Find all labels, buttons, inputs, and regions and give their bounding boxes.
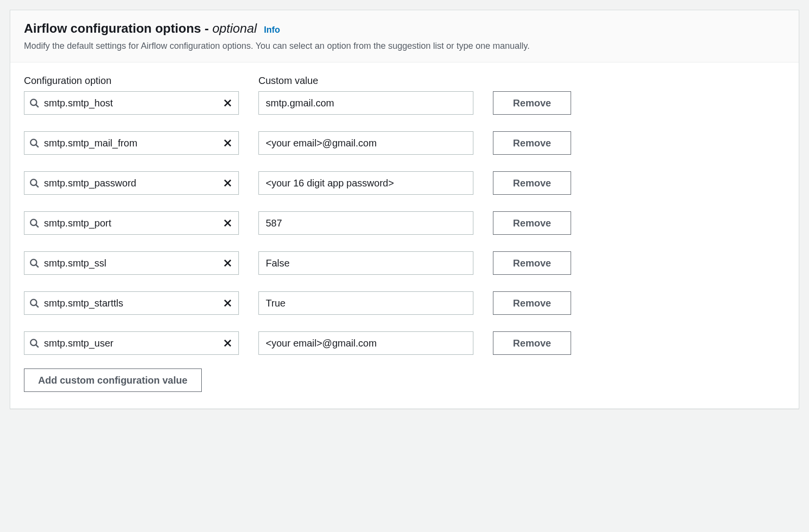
option-field[interactable] [24,291,239,315]
clear-icon[interactable] [217,212,238,234]
option-input[interactable] [44,212,217,234]
panel-header: Airflow configuration options - optional… [10,10,799,62]
clear-icon[interactable] [217,292,238,314]
svg-line-9 [36,185,39,187]
value-input[interactable] [266,338,466,349]
option-field[interactable] [24,131,239,155]
value-field[interactable] [258,331,473,355]
option-field[interactable] [24,211,239,235]
value-input[interactable] [266,98,466,109]
search-icon [24,178,44,188]
config-options-panel: Airflow configuration options - optional… [10,10,799,409]
config-row: Remove [24,171,785,195]
remove-button[interactable]: Remove [493,211,571,235]
remove-button[interactable]: Remove [493,331,571,355]
option-input[interactable] [44,92,217,114]
remove-button[interactable]: Remove [493,251,571,275]
column-header-value: Custom value [258,75,473,86]
svg-line-13 [36,225,39,227]
svg-line-5 [36,145,39,147]
column-header-option: Configuration option [24,75,239,86]
remove-button[interactable]: Remove [493,91,571,115]
panel-description: Modify the default settings for Airflow … [24,40,785,52]
clear-icon[interactable] [217,92,238,114]
option-input[interactable] [44,252,217,274]
search-icon [24,298,44,308]
option-field[interactable] [24,251,239,275]
svg-point-8 [31,180,37,186]
value-field[interactable] [258,211,473,235]
value-input[interactable] [266,258,466,269]
value-field[interactable] [258,291,473,315]
search-icon [24,98,44,108]
config-row: Remove [24,211,785,235]
clear-icon[interactable] [217,332,238,354]
svg-point-0 [31,100,37,106]
option-field[interactable] [24,91,239,115]
panel-title-main: Airflow configuration options [24,21,201,36]
clear-icon[interactable] [217,172,238,194]
remove-button[interactable]: Remove [493,291,571,315]
value-field[interactable] [258,251,473,275]
search-icon [24,138,44,148]
option-input[interactable] [44,132,217,154]
svg-point-12 [31,220,37,226]
svg-line-21 [36,305,39,307]
option-field[interactable] [24,171,239,195]
option-field[interactable] [24,331,239,355]
clear-icon[interactable] [217,132,238,154]
config-row: Remove [24,291,785,315]
column-headers: Configuration option Custom value [24,75,785,86]
value-field[interactable] [258,91,473,115]
svg-line-25 [36,345,39,348]
svg-point-20 [31,300,37,306]
svg-line-1 [36,105,39,107]
add-config-button[interactable]: Add custom configuration value [24,368,202,392]
config-row: Remove [24,91,785,115]
value-input[interactable] [266,178,466,189]
panel-title-suffix: optional [213,21,257,36]
remove-button[interactable]: Remove [493,171,571,195]
search-icon [24,258,44,268]
remove-button[interactable]: Remove [493,131,571,155]
option-input[interactable] [44,172,217,194]
info-link[interactable]: Info [264,25,280,35]
svg-line-17 [36,265,39,267]
svg-point-16 [31,260,37,266]
value-input[interactable] [266,138,466,149]
value-field[interactable] [258,171,473,195]
option-input[interactable] [44,332,217,354]
value-input[interactable] [266,298,466,309]
clear-icon[interactable] [217,252,238,274]
value-field[interactable] [258,131,473,155]
value-input[interactable] [266,218,466,229]
search-icon [24,338,44,348]
panel-body: Configuration option Custom value Remove… [10,62,799,409]
config-row: Remove [24,331,785,355]
option-input[interactable] [44,292,217,314]
svg-point-4 [31,140,37,146]
panel-title-separator: - [201,21,213,36]
config-row: Remove [24,251,785,275]
config-row: Remove [24,131,785,155]
search-icon [24,218,44,228]
svg-point-24 [31,340,37,346]
